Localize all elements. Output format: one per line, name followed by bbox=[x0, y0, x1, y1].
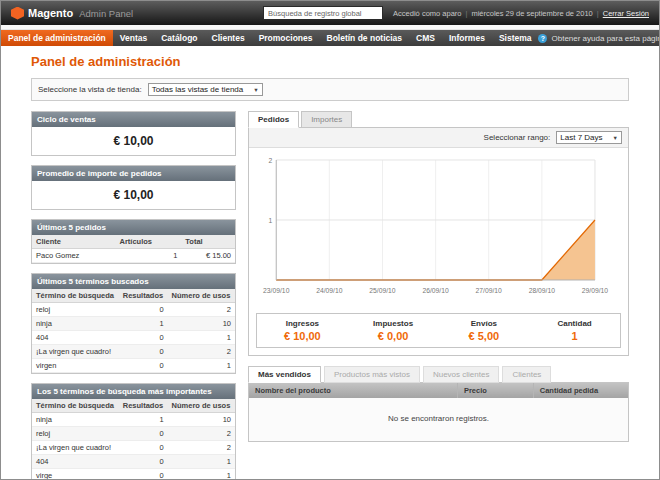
table-row[interactable]: virgen 0 1 bbox=[32, 359, 235, 373]
col-header-uses: Número de usos bbox=[168, 289, 235, 303]
magento-logo-icon bbox=[11, 7, 24, 20]
tab-mas-vendidos[interactable]: Más vendidos bbox=[248, 366, 321, 383]
nav-item-ventas[interactable]: Ventas bbox=[113, 30, 154, 46]
range-label: Seleccionar rango: bbox=[484, 133, 551, 142]
stat-envios: Envíos € 5,00 bbox=[439, 319, 530, 342]
cell-uses: 10 bbox=[168, 413, 235, 427]
magento-admin-window: Magento Admin Panel Accedió como aparo |… bbox=[0, 0, 660, 480]
stat-label: Cantidad bbox=[529, 319, 620, 328]
stat-ingresos: Ingresos € 10,00 bbox=[257, 319, 348, 342]
tab-pedidos[interactable]: Pedidos bbox=[248, 111, 299, 128]
tab-nuevos-clientes[interactable]: Nuevos clientes bbox=[423, 366, 499, 383]
y-tick-label: 1 bbox=[269, 217, 273, 224]
nav-item-informes[interactable]: Informes bbox=[442, 30, 492, 46]
magento-logo[interactable]: Magento Admin Panel bbox=[11, 7, 133, 20]
tab-clientes[interactable]: Clientes bbox=[502, 366, 551, 383]
current-date: miércoles 29 de septiembre de 2010 bbox=[471, 9, 592, 18]
top-search-terms-panel: Los 5 términos de búsqueda más important… bbox=[31, 383, 236, 479]
table-row[interactable]: ninja 1 10 bbox=[32, 413, 235, 427]
cell-results: 0 bbox=[119, 359, 168, 373]
table-row[interactable]: reloj 0 2 bbox=[32, 303, 235, 317]
main-navigation: Panel de administración Ventas Catálogo … bbox=[1, 30, 659, 46]
x-tick-label: 24/09/10 bbox=[316, 287, 342, 294]
bestsellers-grid: Nombre del producto Precio Cantidad pedi… bbox=[248, 382, 629, 442]
cell-term: reloj bbox=[32, 427, 119, 441]
range-strip: Seleccionar rango: Last 7 Days ▼ bbox=[249, 128, 628, 148]
nav-item-cms[interactable]: CMS bbox=[409, 30, 442, 46]
col-header-uses: Número de usos bbox=[168, 399, 235, 413]
table-row[interactable]: Paco Gomez 1 € 15.00 bbox=[32, 249, 235, 263]
col-header-price: Precio bbox=[457, 383, 533, 398]
table-row[interactable]: virge 0 1 bbox=[32, 469, 235, 480]
nav-item-boletin[interactable]: Boletín de noticias bbox=[320, 30, 410, 46]
table-row[interactable]: ninja 1 10 bbox=[32, 317, 235, 331]
cell-term: ninja bbox=[32, 413, 119, 427]
col-header-term: Término de búsqueda bbox=[32, 289, 119, 303]
tab-productos-mas-vistos[interactable]: Productos más vistos bbox=[324, 366, 420, 383]
content-area: Panel de administración Seleccione la vi… bbox=[1, 46, 659, 479]
page-title: Panel de administración bbox=[31, 54, 629, 69]
nav-item-catalogo[interactable]: Catálogo bbox=[154, 30, 204, 46]
cell-term: ninja bbox=[32, 317, 119, 331]
tab-importes[interactable]: Importes bbox=[301, 111, 352, 128]
nav-item-clientes[interactable]: Clientes bbox=[205, 30, 252, 46]
logged-in-as: Accedió como aparo bbox=[393, 9, 461, 18]
table-row[interactable]: ¡La virgen que cuadro! 0 2 bbox=[32, 345, 235, 359]
cell-term: reloj bbox=[32, 303, 119, 317]
range-selected: Last 7 Days bbox=[560, 133, 602, 142]
cell-uses: 1 bbox=[168, 359, 235, 373]
x-tick-label: 28/09/10 bbox=[529, 287, 555, 294]
bestsellers-table: Nombre del producto Precio Cantidad pedi… bbox=[249, 383, 628, 398]
chart-wrap: 2 1 23/09/10 24/09/10 25/09/10 26/09/10 … bbox=[249, 148, 628, 306]
cell-term: ¡La virgen que cuadro! bbox=[32, 441, 119, 455]
stat-value: € 0,00 bbox=[348, 330, 439, 342]
store-view-bar: Seleccione la vista de tienda: Todas las… bbox=[31, 78, 629, 101]
average-orders-title: Promedio de importe de pedidos bbox=[32, 166, 235, 181]
cell-uses: 10 bbox=[168, 317, 235, 331]
table-row[interactable]: 404 0 1 bbox=[32, 331, 235, 345]
last-orders-table: Cliente Artículos Total Paco Gomez 1 € 1… bbox=[32, 235, 235, 263]
dashboard-left-column: Ciclo de ventas € 10,00 Promedio de impo… bbox=[31, 111, 236, 479]
separator: | bbox=[465, 9, 467, 18]
dashboard-right-column: Pedidos Importes Seleccionar rango: Last… bbox=[248, 111, 629, 479]
last-search-terms-title: Últimos 5 términos buscados bbox=[32, 274, 235, 289]
global-search-input[interactable] bbox=[263, 6, 383, 20]
stat-label: Envíos bbox=[439, 319, 530, 328]
stat-value: 1 bbox=[529, 330, 620, 342]
cell-uses: 2 bbox=[168, 441, 235, 455]
help-link[interactable]: ? Obtener ayuda para esta página bbox=[538, 30, 660, 46]
table-row[interactable]: 404 0 1 bbox=[32, 455, 235, 469]
cell-uses: 2 bbox=[168, 303, 235, 317]
totals-bar: Ingresos € 10,00 Impuestos € 0,00 Envíos… bbox=[256, 313, 621, 348]
store-view-select[interactable]: Todas las vistas de tienda ▼ bbox=[148, 83, 263, 96]
last-orders-panel: Últimos 5 pedidos Cliente Artículos Tota… bbox=[31, 219, 236, 264]
cell-uses: 1 bbox=[168, 455, 235, 469]
col-header-cliente: Cliente bbox=[32, 235, 115, 249]
nav-item-sistema[interactable]: Sistema bbox=[492, 30, 539, 46]
cell-results: 0 bbox=[119, 455, 168, 469]
cell-items: 1 bbox=[115, 249, 181, 263]
cell-results: 1 bbox=[119, 413, 168, 427]
cell-term: virgen bbox=[32, 359, 119, 373]
cell-customer: Paco Gomez bbox=[32, 249, 115, 263]
range-select[interactable]: Last 7 Days ▼ bbox=[556, 131, 622, 144]
col-header-product: Nombre del producto bbox=[249, 383, 457, 398]
cell-total: € 15.00 bbox=[181, 249, 235, 263]
stat-value: € 10,00 bbox=[257, 330, 348, 342]
last-search-terms-panel: Últimos 5 términos buscados Término de b… bbox=[31, 273, 236, 374]
col-header-results: Resultados bbox=[119, 289, 168, 303]
nav-item-dashboard[interactable]: Panel de administración bbox=[1, 30, 113, 46]
logout-link[interactable]: Cerrar Sesión bbox=[603, 9, 649, 18]
table-row[interactable]: reloj 0 2 bbox=[32, 427, 235, 441]
col-header-results: Resultados bbox=[119, 399, 168, 413]
store-view-label: Seleccione la vista de tienda: bbox=[38, 85, 142, 94]
nav-item-promociones[interactable]: Promociones bbox=[252, 30, 320, 46]
lifetime-sales-panel: Ciclo de ventas € 10,00 bbox=[31, 111, 236, 156]
col-header-qty: Cantidad pedida bbox=[533, 383, 628, 398]
y-tick-label: 2 bbox=[269, 157, 273, 164]
lifetime-sales-value: € 10,00 bbox=[32, 127, 235, 155]
x-tick-label: 26/09/10 bbox=[422, 287, 448, 294]
average-orders-value: € 10,00 bbox=[32, 181, 235, 209]
table-row[interactable]: ¡La virgen que cuadro! 0 2 bbox=[32, 441, 235, 455]
cell-uses: 1 bbox=[168, 469, 235, 480]
